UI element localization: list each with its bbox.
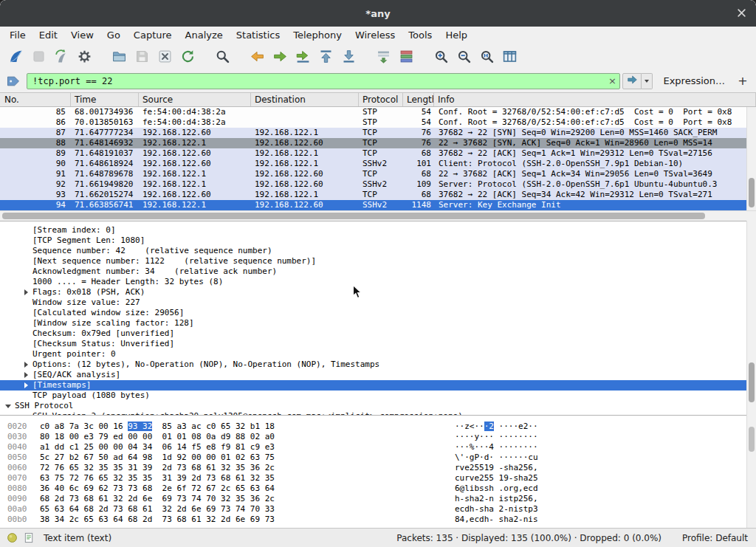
menu-go[interactable]: Go: [100, 28, 127, 42]
packet-row[interactable]: 8670.013850163fe:54:00:d4:38:2aSTP54Conf…: [0, 117, 746, 128]
details-scrollbar[interactable]: [746, 221, 756, 415]
hex-row[interactable]: 00a065 63 64 68 2d 73 68 61 32 2d 6e 69 …: [7, 504, 746, 515]
expander-closed-icon[interactable]: [22, 370, 32, 380]
detail-line[interactable]: SSH Protocol: [0, 401, 746, 411]
close-window-button[interactable]: [734, 6, 749, 21]
menu-tools[interactable]: Tools: [402, 28, 439, 42]
go-back-button[interactable]: [246, 46, 269, 66]
zoom-out-button[interactable]: [453, 46, 475, 66]
menu-telephony[interactable]: Telephony: [286, 28, 348, 42]
go-first-button[interactable]: [315, 46, 337, 66]
detail-line[interactable]: [Timestamps]: [0, 380, 746, 391]
detail-line[interactable]: Urgent pointer: 0: [0, 349, 746, 359]
packet-row[interactable]: 9271.661949820192.168.122.1192.168.122.6…: [0, 179, 746, 190]
details-scrollbar-thumb[interactable]: [749, 362, 755, 402]
go-to-packet-button[interactable]: [292, 46, 315, 66]
apply-filter-button[interactable]: [622, 73, 642, 89]
expander-closed-icon[interactable]: [22, 287, 32, 297]
zoom-in-button[interactable]: [430, 46, 453, 66]
column-header-time[interactable]: Time: [71, 93, 139, 106]
detail-line[interactable]: [Checksum Status: Unverified]: [0, 339, 746, 349]
column-header-info[interactable]: Info: [434, 93, 756, 106]
capture-options-button[interactable]: [73, 46, 96, 66]
packet-row[interactable]: 8771.647777234192.168.122.60192.168.122.…: [0, 128, 746, 138]
expression-button[interactable]: Expression…: [663, 75, 725, 86]
profile-button[interactable]: Profile: Default: [682, 533, 748, 543]
resize-columns-button[interactable]: [498, 46, 521, 66]
save-file-button[interactable]: [131, 46, 154, 66]
hex-row[interactable]: 00b038 34 2c 65 63 64 68 2d 73 68 61 32 …: [7, 515, 746, 525]
go-forward-button[interactable]: [269, 46, 292, 66]
filter-bookmark-icon[interactable]: [6, 73, 24, 89]
detail-line[interactable]: Sequence number: 42 (relative sequence n…: [0, 246, 746, 256]
column-header-proto[interactable]: Protocol: [359, 93, 403, 106]
find-packet-button[interactable]: [211, 46, 234, 66]
detail-line[interactable]: Options: (12 bytes), No-Operation (NOP),…: [0, 359, 746, 370]
reload-button[interactable]: [176, 46, 199, 66]
capture-comment-icon[interactable]: [24, 532, 35, 544]
hex-row[interactable]: 006072 76 65 32 35 35 31 39 2d 73 68 61 …: [7, 463, 746, 473]
column-header-no[interactable]: No.: [0, 93, 71, 106]
hex-row[interactable]: 009068 2d 73 68 61 32 2d 6e 69 73 74 70 …: [7, 494, 746, 504]
expander-closed-icon[interactable]: [22, 359, 32, 370]
column-header-src[interactable]: Source: [139, 93, 251, 106]
menu-file[interactable]: File: [3, 28, 32, 42]
packet-row[interactable]: 9071.648618924192.168.122.60192.168.122.…: [0, 159, 746, 169]
detail-line[interactable]: Flags: 0x018 (PSH, ACK): [0, 287, 746, 297]
detail-line[interactable]: [Window size scaling factor: 128]: [0, 318, 746, 328]
detail-line[interactable]: [Stream index: 0]: [0, 225, 746, 235]
go-last-button[interactable]: [337, 46, 360, 66]
close-file-button[interactable]: [154, 46, 176, 66]
packet-list-scrollbar[interactable]: [746, 107, 756, 210]
detail-line[interactable]: [TCP Segment Len: 1080]: [0, 235, 746, 246]
add-filter-button[interactable]: +: [735, 73, 750, 89]
detail-line[interactable]: Window size value: 227: [0, 297, 746, 308]
expander-closed-icon[interactable]: [22, 380, 32, 391]
detail-line[interactable]: [SEQ/ACK analysis]: [0, 370, 746, 380]
hex-row[interactable]: 0020c0 a8 7a 3c 00 16 93 32 85 a3 ac c0 …: [7, 422, 746, 432]
clear-filter-icon[interactable]: ×: [605, 74, 619, 89]
packet-list-scrollbar-thumb[interactable]: [749, 178, 755, 207]
detail-line[interactable]: Acknowledgment number: 34 (relative ack …: [0, 266, 746, 277]
hex-row[interactable]: 008036 40 6c 69 62 73 73 68 2e 6f 72 67 …: [7, 484, 746, 494]
detail-line[interactable]: 1000 .... = Header Length: 32 bytes (8): [0, 277, 746, 287]
menu-view[interactable]: View: [64, 28, 100, 42]
display-filter-input[interactable]: [27, 76, 605, 86]
auto-scroll-button[interactable]: [372, 46, 395, 66]
open-file-button[interactable]: [108, 46, 131, 66]
zoom-original-button[interactable]: [475, 46, 498, 66]
colorize-button[interactable]: [395, 46, 418, 66]
hex-row[interactable]: 003080 18 00 e3 79 ed 00 00 01 01 08 0a …: [7, 432, 746, 442]
menu-help[interactable]: Help: [439, 28, 474, 42]
packet-row[interactable]: 9171.648789678192.168.122.1192.168.122.6…: [0, 169, 746, 179]
packet-list-hscrollbar[interactable]: [0, 210, 756, 221]
bytes-scrollbar-thumb[interactable]: [749, 427, 755, 452]
restart-capture-button[interactable]: [50, 46, 73, 66]
hex-row[interactable]: 00505c 27 b2 67 50 ad 64 98 1d 92 00 00 …: [7, 453, 746, 463]
column-header-dst[interactable]: Destination: [251, 93, 359, 106]
detail-line[interactable]: Checksum: 0x79ed [unverified]: [0, 328, 746, 339]
detail-line[interactable]: TCP payload (1080 bytes): [0, 391, 746, 401]
expander-open-icon[interactable]: [4, 401, 15, 411]
packet-list-hscrollbar-thumb[interactable]: [2, 213, 705, 219]
packet-row[interactable]: 9471.663856741192.168.122.1192.168.122.6…: [0, 200, 746, 210]
packet-row[interactable]: 8971.648191037192.168.122.60192.168.122.…: [0, 148, 746, 159]
expert-info-icon[interactable]: [7, 532, 18, 544]
packet-row[interactable]: 9371.662015274192.168.122.60192.168.122.…: [0, 190, 746, 200]
menu-capture[interactable]: Capture: [127, 28, 179, 42]
packet-row[interactable]: 8871.648146932192.168.122.1192.168.122.6…: [0, 138, 746, 148]
packet-row[interactable]: 8568.001734936fe:54:00:d4:38:2aSTP54Conf…: [0, 107, 746, 117]
start-capture-button[interactable]: [4, 46, 27, 66]
menu-wireless[interactable]: Wireless: [348, 28, 402, 42]
stop-capture-button[interactable]: [27, 46, 50, 66]
hex-row[interactable]: 0040a1 dd c1 25 00 00 04 34 06 14 f5 e8 …: [7, 442, 746, 453]
bytes-scrollbar[interactable]: [746, 415, 756, 528]
menu-edit[interactable]: Edit: [32, 28, 64, 42]
hex-row[interactable]: 007063 75 72 76 65 32 35 35 31 39 2d 73 …: [7, 473, 746, 484]
column-header-len[interactable]: Length: [403, 93, 434, 106]
detail-line[interactable]: [Calculated window size: 29056]: [0, 308, 746, 318]
detail-line[interactable]: [Next sequence number: 1122 (relative se…: [0, 256, 746, 266]
menu-analyze[interactable]: Analyze: [179, 28, 230, 42]
menu-statistics[interactable]: Statistics: [230, 28, 286, 42]
dropdown-caret-icon[interactable]: [642, 73, 653, 89]
